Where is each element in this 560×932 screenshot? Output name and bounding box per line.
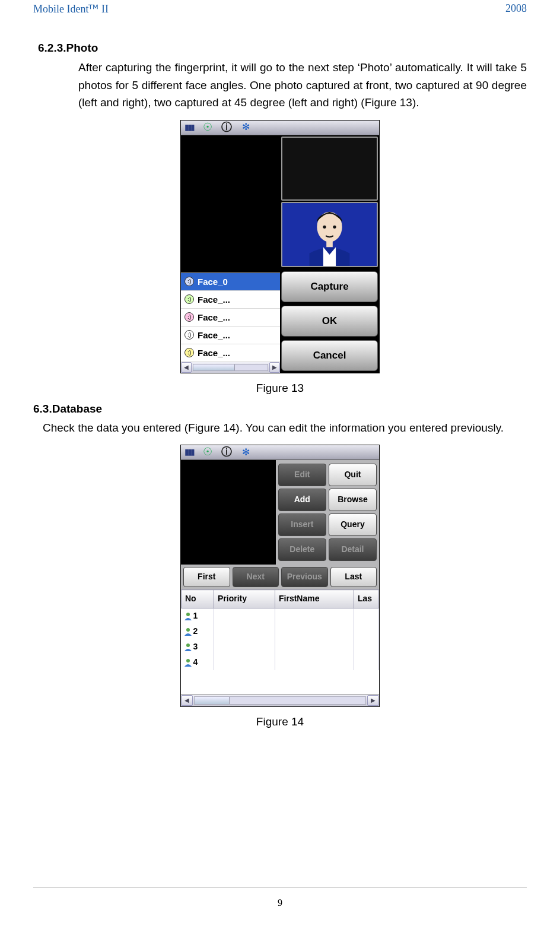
insert-button[interactable]: Insert [278, 513, 326, 536]
scroll-right-icon[interactable]: ▶ [367, 695, 379, 706]
bluetooth-icon [240, 447, 251, 458]
cell-no: 3 [193, 642, 198, 651]
table-empty-area [181, 670, 379, 694]
svg-point-8 [186, 659, 190, 662]
browse-button[interactable]: Browse [329, 489, 377, 511]
face-list-label: Face_... [198, 346, 230, 360]
scroll-track[interactable] [193, 364, 268, 371]
svg-point-6 [186, 628, 190, 632]
antenna-icon [221, 122, 232, 133]
face-icon [184, 312, 194, 322]
table-row[interactable]: 1 [182, 608, 379, 624]
cell-no: 1 [193, 611, 198, 620]
figure-14-caption: Figure 14 [33, 713, 527, 730]
scroll-left-icon[interactable]: ◀ [181, 362, 192, 373]
body-623: After capturing the fingerprint, it will… [78, 59, 527, 111]
table-row[interactable]: 3 [182, 639, 379, 655]
data-table: No Priority FirstName Las 1 [181, 589, 379, 670]
first-button[interactable]: First [183, 567, 230, 587]
query-button[interactable]: Query [329, 513, 377, 536]
figure-13-caption: Figure 13 [33, 379, 527, 397]
globe-icon [202, 447, 213, 458]
avatar-icon [282, 203, 377, 266]
add-button[interactable]: Add [278, 489, 326, 511]
face-list-item-4[interactable]: Face_... [181, 344, 280, 362]
page-header: Mobile Identᵀᴹ II 2008 [33, 0, 527, 15]
status-bar [181, 445, 379, 460]
action-button-grid: Edit Quit Add Browse Insert Query Delete… [276, 460, 379, 565]
quit-button[interactable]: Quit [329, 464, 377, 486]
status-bar [181, 121, 379, 135]
svg-point-2 [323, 225, 326, 228]
face-list[interactable]: Face_0 Face_... Face_... [181, 272, 280, 362]
col-firstname[interactable]: FirstName [275, 590, 354, 608]
ok-button[interactable]: OK [281, 306, 378, 337]
face-list-scrollbar[interactable]: ◀ ▶ [181, 362, 280, 373]
signal-icon [183, 447, 194, 458]
svg-point-5 [186, 613, 190, 616]
face-icon [184, 277, 194, 286]
last-button[interactable]: Last [330, 567, 377, 587]
photo-preview-avatar [281, 202, 378, 267]
data-table-wrap: No Priority FirstName Las 1 [181, 589, 379, 694]
person-icon [184, 641, 192, 654]
page-number: 9 [278, 898, 282, 908]
camera-preview-large [181, 135, 280, 272]
cell-no: 2 [193, 626, 198, 636]
svg-rect-4 [326, 240, 333, 247]
face-list-label: Face_... [198, 328, 230, 342]
svg-point-3 [333, 225, 336, 228]
face-list-label: Face_... [198, 310, 230, 324]
heading-623: 6.2.3.Photo [38, 39, 527, 56]
antenna-icon [221, 447, 232, 458]
record-preview [181, 460, 276, 565]
cancel-button[interactable]: Cancel [281, 340, 378, 371]
nav-button-row: First Next Previous Last [181, 565, 379, 589]
header-title-right: 2008 [505, 2, 527, 15]
figure-14-container: Edit Quit Add Browse Insert Query Delete… [33, 445, 527, 707]
delete-button[interactable]: Delete [278, 538, 326, 561]
face-icon [184, 330, 194, 340]
face-list-item-0[interactable]: Face_0 [181, 273, 280, 291]
edit-button[interactable]: Edit [278, 464, 326, 486]
person-icon [184, 656, 192, 669]
face-icon [184, 348, 194, 357]
detail-button[interactable]: Detail [329, 538, 377, 561]
scroll-thumb[interactable] [193, 364, 235, 370]
previous-button[interactable]: Previous [281, 567, 328, 587]
col-no[interactable]: No [182, 590, 214, 608]
table-scrollbar[interactable]: ◀ ▶ [181, 694, 379, 706]
face-list-label: Face_... [198, 293, 230, 306]
photo-preview-empty [281, 137, 378, 201]
cell-no: 4 [193, 657, 198, 667]
table-row[interactable]: 4 [182, 655, 379, 670]
body-63: Check the data you entered (Figure 14). … [43, 419, 527, 436]
scroll-track[interactable] [194, 696, 366, 705]
face-list-label: Face_0 [198, 275, 228, 289]
scroll-thumb[interactable] [195, 697, 230, 704]
bluetooth-icon [240, 122, 251, 133]
signal-icon [183, 122, 194, 133]
person-icon [184, 610, 192, 623]
face-icon [184, 294, 194, 304]
face-list-item-3[interactable]: Face_... [181, 326, 280, 344]
table-header-row: No Priority FirstName Las [182, 590, 379, 608]
col-priority[interactable]: Priority [214, 590, 275, 608]
globe-icon [202, 122, 213, 133]
face-list-item-2[interactable]: Face_... [181, 309, 280, 326]
capture-button[interactable]: Capture [281, 271, 378, 302]
figure-13-device: Face_0 Face_... Face_... [180, 120, 380, 373]
scroll-left-icon[interactable]: ◀ [181, 695, 193, 706]
next-button[interactable]: Next [233, 567, 279, 587]
heading-63: 6.3.Database [33, 400, 527, 417]
figure-13-container: Face_0 Face_... Face_... [33, 120, 527, 373]
page-footer: 9 [33, 887, 527, 908]
figure-14-device: Edit Quit Add Browse Insert Query Delete… [180, 445, 380, 707]
scroll-right-icon[interactable]: ▶ [269, 362, 280, 373]
face-list-item-1[interactable]: Face_... [181, 291, 280, 309]
person-icon [184, 625, 192, 638]
col-lastname[interactable]: Las [354, 590, 379, 608]
svg-point-7 [186, 643, 190, 647]
table-row[interactable]: 2 [182, 624, 379, 639]
header-title-left: Mobile Identᵀᴹ II [33, 2, 109, 15]
